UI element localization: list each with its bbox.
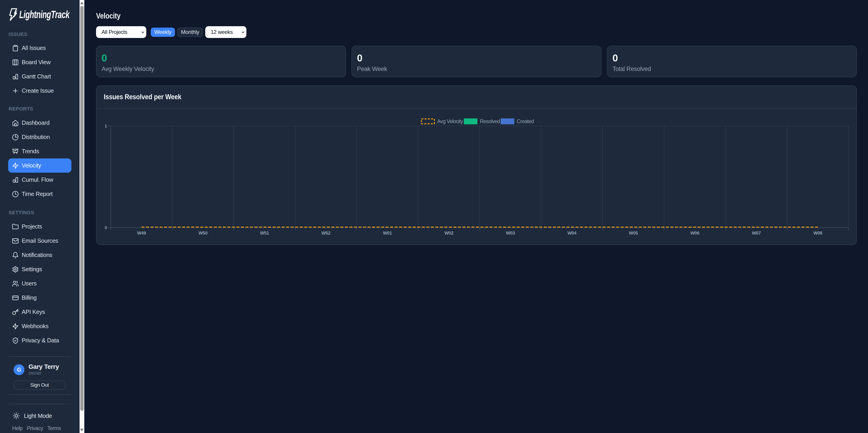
svg-text:W50: W50 (198, 230, 208, 236)
svg-text:W03: W03 (506, 230, 515, 236)
svg-text:1: 1 (105, 124, 107, 128)
svg-text:0: 0 (105, 225, 107, 230)
svg-text:W08: W08 (813, 230, 822, 236)
svg-text:W51: W51 (260, 230, 269, 236)
svg-text:W01: W01 (383, 230, 392, 236)
svg-text:W05: W05 (629, 230, 638, 236)
svg-text:W06: W06 (690, 230, 700, 236)
svg-text:W49: W49 (137, 230, 146, 236)
svg-text:W07: W07 (752, 230, 761, 236)
svg-text:W04: W04 (567, 230, 577, 236)
svg-text:W02: W02 (444, 230, 454, 236)
svg-text:W52: W52 (321, 230, 331, 236)
